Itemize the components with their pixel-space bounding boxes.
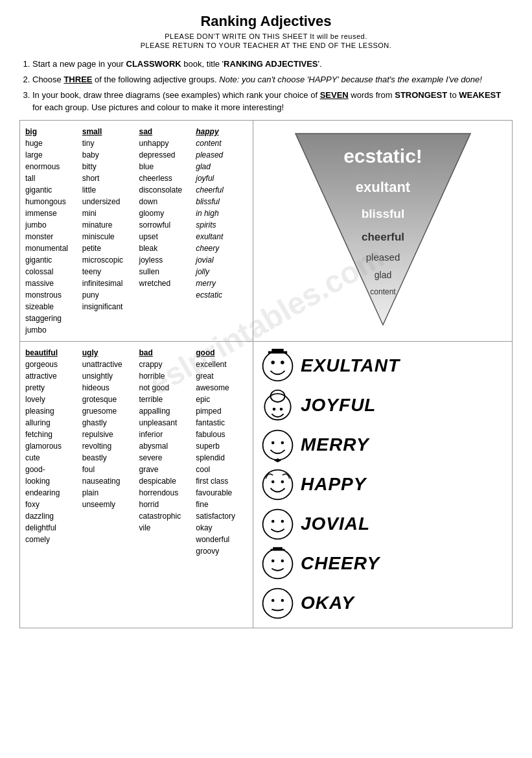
bad-column: bad crappy horrible not good terrible ap… — [137, 346, 194, 558]
svg-point-16 — [280, 407, 283, 410]
svg-point-31 — [263, 588, 293, 618]
small-words: tiny baby bitty short little undersized … — [82, 137, 134, 313]
cartoon-row-joyful: JOYFUL — [260, 388, 505, 423]
svg-point-21 — [272, 480, 275, 483]
big-words: huge large enormous tall gigantic humong… — [25, 137, 77, 336]
word-joyful: JOYFUL — [301, 395, 376, 416]
subtitle-2: PLEASE RETURN TO YOUR TEACHER AT THE END… — [19, 41, 513, 49]
cartoon-row-cheery: CHEERY — [260, 546, 505, 582]
svg-point-28 — [281, 559, 284, 562]
face-jovial — [260, 506, 295, 542]
small-header: small — [82, 126, 134, 137]
instructions: Start a new page in your CLASSWORK book,… — [19, 58, 513, 113]
sad-header: sad — [139, 126, 191, 137]
good-words: excellent great awesome epic pimped fant… — [196, 359, 248, 557]
svg-rect-12 — [272, 349, 283, 353]
svg-point-10 — [281, 361, 284, 364]
svg-point-24 — [272, 519, 275, 523]
cartoon-row-okay: OKAY — [260, 586, 505, 621]
cartoon-row-exultant: EXULTANT — [260, 348, 505, 384]
face-joyful — [260, 388, 295, 423]
instruction-2: Choose THREE of the following adjective … — [32, 74, 513, 86]
svg-point-27 — [272, 559, 275, 562]
svg-text:cheerful: cheerful — [361, 231, 404, 243]
svg-point-15 — [273, 407, 276, 410]
svg-point-26 — [263, 549, 293, 578]
big-column: big huge large enormous tall gigantic hu… — [23, 124, 80, 337]
svg-point-9 — [271, 361, 275, 364]
svg-text:blissful: blissful — [361, 207, 404, 220]
svg-point-14 — [271, 390, 285, 401]
word-okay: OKAY — [301, 593, 354, 613]
happy-words: content pleased glad joyful cheerful bli… — [196, 137, 248, 301]
svg-rect-30 — [273, 547, 283, 550]
happy-header: happy — [196, 126, 248, 137]
face-merry — [260, 427, 295, 463]
svg-point-18 — [272, 441, 275, 444]
word-jovial: JOVIAL — [301, 514, 370, 534]
good-column: good excellent great awesome epic pimped… — [193, 346, 250, 558]
triangle-svg: ecstatic! exultant blissful cheerful ple… — [289, 127, 477, 328]
bad-header: bad — [139, 347, 191, 359]
svg-point-25 — [281, 519, 284, 523]
svg-text:ecstatic!: ecstatic! — [343, 145, 422, 167]
svg-text:pleased: pleased — [365, 252, 400, 263]
face-okay — [260, 586, 295, 621]
ugly-words: unattractive unsightly hideous grotesque… — [82, 359, 134, 510]
face-cheery — [260, 546, 295, 582]
instruction-3: In your book, draw three diagrams (see e… — [32, 89, 513, 113]
face-happy — [260, 467, 295, 503]
word-happy: HAPPY — [301, 474, 366, 495]
sad-words: unhappy depressed blue cheerless discons… — [139, 137, 191, 289]
svg-point-22 — [281, 480, 284, 483]
big-header: big — [25, 126, 77, 137]
svg-point-13 — [264, 394, 290, 420]
cartoon-words-area: EXULTANT JOYFUL — [253, 342, 512, 628]
svg-point-17 — [263, 430, 293, 460]
beautiful-words: gorgeous attractive pretty lovely pleasi… — [25, 359, 77, 545]
page-title: Ranking Adjectives — [19, 13, 513, 30]
good-header: good — [196, 347, 248, 359]
word-exultant: EXULTANT — [301, 355, 400, 376]
svg-point-32 — [272, 598, 275, 602]
word-merry: MERRY — [301, 434, 369, 455]
word-cheery: CHEERY — [301, 553, 380, 574]
bad-words: crappy horrible not good terrible appall… — [139, 359, 191, 534]
beautiful-header: beautiful — [25, 347, 77, 359]
instruction-1: Start a new page in your CLASSWORK book,… — [32, 58, 513, 70]
subtitle-1: PLEASE DON'T WRITE ON THIS SHEET It will… — [19, 32, 513, 40]
small-column: small tiny baby bitty short little under… — [80, 124, 137, 337]
cartoon-row-merry: MERRY — [260, 427, 505, 463]
svg-point-8 — [263, 351, 293, 381]
ugly-column: ugly unattractive unsightly hideous grot… — [80, 346, 137, 558]
triangle-diagram-area: ecstatic! exultant blissful cheerful ple… — [253, 121, 512, 342]
svg-text:glad: glad — [374, 270, 391, 280]
svg-point-33 — [281, 598, 284, 602]
cartoon-row-happy: HAPPY — [260, 467, 505, 503]
ugly-header: ugly — [82, 347, 134, 359]
top-word-lists: big huge large enormous tall gigantic hu… — [20, 121, 253, 342]
svg-text:content: content — [370, 287, 396, 296]
svg-point-19 — [281, 441, 284, 444]
happy-column: happy content pleased glad joyful cheerf… — [193, 124, 250, 337]
beautiful-column: beautiful gorgeous attractive pretty lov… — [23, 346, 80, 558]
cartoon-row-jovial: JOVIAL — [260, 506, 505, 542]
svg-point-20 — [263, 469, 293, 499]
face-exultant — [260, 348, 295, 384]
bottom-word-lists: beautiful gorgeous attractive pretty lov… — [20, 342, 253, 628]
svg-text:exultant: exultant — [355, 179, 410, 195]
sad-column: sad unhappy depressed blue cheerless dis… — [137, 124, 194, 337]
svg-point-23 — [263, 509, 293, 539]
